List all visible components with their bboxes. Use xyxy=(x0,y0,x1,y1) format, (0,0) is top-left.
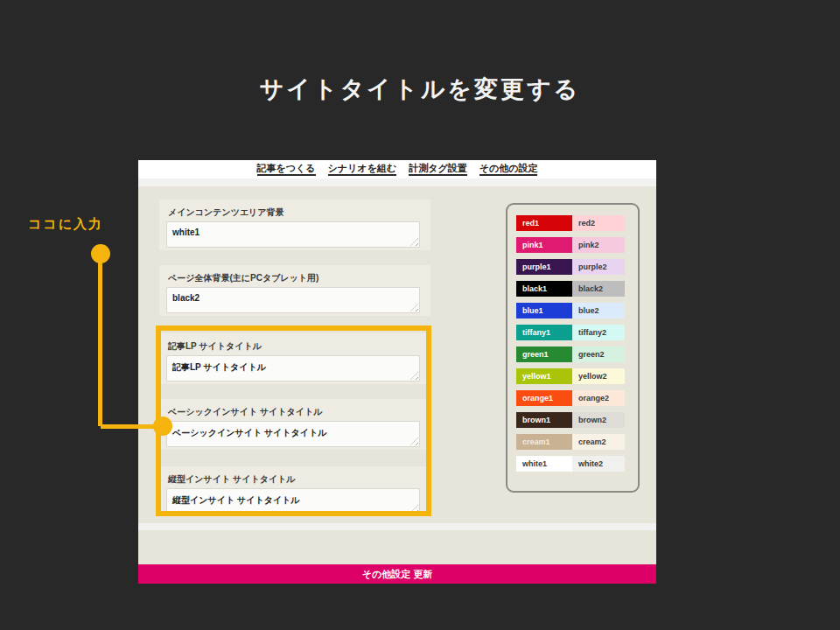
palette-row: brown1 brown2 xyxy=(516,412,638,428)
annotation-connector-vertical xyxy=(98,254,102,426)
color-swatch: green2 xyxy=(572,346,625,362)
field-label: メインコンテンツエリア背景 xyxy=(159,200,430,221)
palette-row: tiffany1 tiffany2 xyxy=(516,325,638,340)
color-swatch: blue2 xyxy=(572,303,625,318)
color-swatch: white1 xyxy=(516,456,572,472)
color-swatch: green1 xyxy=(516,346,572,362)
color-swatch: yellow2 xyxy=(572,368,625,384)
nav-create-article[interactable]: 記事をつくる xyxy=(257,163,316,176)
nav-scenario[interactable]: シナリオを組む xyxy=(328,163,397,176)
palette-row: green1 green2 xyxy=(516,346,638,362)
color-swatch: blue1 xyxy=(516,303,572,318)
textarea-page-bg[interactable]: black2 xyxy=(166,287,420,313)
color-swatch: black2 xyxy=(572,281,625,297)
page-title: サイトタイトルを変更する xyxy=(0,74,840,105)
color-swatch: brown1 xyxy=(516,412,572,428)
palette-row: yellow1 yellow2 xyxy=(516,368,638,384)
palette-row: black1 black2 xyxy=(516,281,638,297)
color-swatch: red2 xyxy=(572,215,625,231)
nav-other-settings[interactable]: その他の設定 xyxy=(480,163,538,176)
annotation-label: ココに入力 xyxy=(28,216,103,233)
slide: { "slide": { "title": "サイトタイトルを変更する", "b… xyxy=(0,0,840,630)
nav-tracking-tag[interactable]: 計測タグ設置 xyxy=(409,163,467,176)
color-swatch: orange2 xyxy=(572,390,625,406)
field-label: ページ全体背景(主にPCタブレット用) xyxy=(159,265,430,287)
color-swatch: tiffany2 xyxy=(572,325,625,340)
color-swatch: tiffany1 xyxy=(516,325,572,340)
highlight-rect xyxy=(156,326,431,516)
palette-row: white1 white2 xyxy=(516,456,638,472)
field-group-page-bg: ページ全体背景(主にPCタブレット用) black2 xyxy=(159,265,430,316)
top-navbar: 記事をつくる シナリオを組む 計測タグ設置 その他の設定 xyxy=(138,160,656,178)
divider-strip xyxy=(138,523,656,530)
color-swatch: black1 xyxy=(516,281,572,297)
color-swatch: orange1 xyxy=(516,390,572,406)
palette-row: purple1 purple2 xyxy=(516,259,638,275)
color-swatch: pink1 xyxy=(516,237,572,253)
color-palette-panel: red1 red2 pink1 pink2 purple1 purple2 bl… xyxy=(506,203,640,493)
palette-row: red1 red2 xyxy=(516,215,638,231)
color-swatch: yellow1 xyxy=(516,368,572,384)
color-swatch: white2 xyxy=(572,456,625,472)
color-swatch: pink2 xyxy=(572,237,625,253)
palette-row: orange1 orange2 xyxy=(516,390,638,406)
color-swatch: purple2 xyxy=(572,259,625,275)
palette-row: pink1 pink2 xyxy=(516,237,638,253)
color-swatch: red1 xyxy=(516,215,572,231)
color-swatch: purple1 xyxy=(516,259,572,275)
update-button[interactable]: その他設定 更新 xyxy=(138,564,656,584)
color-swatch: brown2 xyxy=(572,412,625,428)
divider-strip xyxy=(138,178,656,186)
color-swatch: cream1 xyxy=(516,434,572,450)
field-group-main-bg: メインコンテンツエリア背景 white1 xyxy=(159,200,430,250)
palette-row: blue1 blue2 xyxy=(516,303,638,318)
color-swatch: cream2 xyxy=(572,434,625,450)
palette-row: cream1 cream2 xyxy=(516,434,638,450)
textarea-main-content-bg[interactable]: white1 xyxy=(166,221,420,248)
